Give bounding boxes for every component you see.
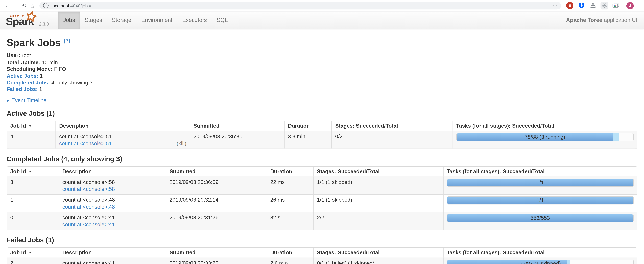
column-header-duration[interactable]: Duration: [266, 167, 313, 177]
cell-tasks: 553/553: [443, 212, 637, 229]
task-progress-bar: 56/87 (1 skipped): [446, 260, 634, 264]
sort-arrow-icon: ▾: [29, 170, 31, 174]
summary-completed-jobs: Completed Jobs: 4, only showing 3: [6, 79, 638, 86]
column-header-job-id[interactable]: Job Id▾: [7, 248, 59, 257]
browser-reload-icon[interactable]: ↻: [20, 2, 28, 9]
tab-sql[interactable]: SQL: [212, 12, 233, 29]
url-host: localhost: [51, 3, 69, 8]
description-link[interactable]: count at <console>:48: [62, 204, 115, 210]
screen-capture-extension-icon[interactable]: [612, 2, 620, 10]
description-link[interactable]: count at <console>:58: [62, 186, 115, 192]
column-header-stages[interactable]: Stages: Succeeded/Total: [313, 167, 443, 177]
table-header-row: Job Id▾ Description Submitted Duration S…: [7, 121, 637, 131]
cell-stages: 1/1 (1 skipped): [313, 194, 443, 212]
browser-profile-avatar[interactable]: J: [626, 2, 634, 9]
completed-jobs-heading: Completed Jobs (4, only showing 3): [6, 155, 638, 163]
cell-duration: 3.8 min: [284, 131, 332, 149]
summary-active-value: 1: [38, 73, 43, 79]
column-header-stages[interactable]: Stages: Succeeded/Total: [332, 121, 452, 131]
tab-environment-label[interactable]: Environment: [136, 12, 177, 29]
browser-home-icon[interactable]: ⌂: [28, 2, 36, 9]
kill-link[interactable]: (kill): [176, 140, 186, 147]
react-devtools-extension-icon[interactable]: [600, 2, 608, 10]
description-text: count at <console>:48: [62, 196, 162, 203]
sort-arrow-icon: ▾: [29, 124, 31, 128]
summary-completed-value: 4, only showing 3: [50, 79, 93, 86]
page-info-icon[interactable]: i: [43, 3, 48, 8]
column-header-stages[interactable]: Stages: Succeeded/Total: [313, 248, 443, 257]
summary-user-label: User:: [6, 52, 20, 59]
event-timeline-label: Event Timeline: [12, 97, 46, 103]
cell-job-id: 1: [7, 194, 59, 212]
help-link[interactable]: (?): [64, 37, 70, 44]
browser-back-icon[interactable]: ←: [4, 2, 12, 9]
extension-icons: [566, 2, 620, 10]
adblock-extension-icon[interactable]: [566, 2, 574, 10]
application-name-bold: Apache Toree: [566, 17, 602, 23]
description-link[interactable]: count at <console>:51: [59, 140, 112, 147]
column-header-duration[interactable]: Duration: [266, 248, 313, 257]
cell-job-id: 4: [7, 131, 56, 149]
dropbox-extension-icon[interactable]: [578, 2, 585, 10]
task-progress-bar: 78/88 (3 running): [456, 133, 634, 141]
browser-toolbar: ← → ↻ ⌂ i localhost:4040/jobs/ ☆: [0, 0, 644, 12]
cell-submitted: 2019/09/03 20:36:30: [190, 131, 284, 149]
bookmark-star-icon[interactable]: ☆: [552, 3, 558, 9]
tab-executors-label[interactable]: Executors: [177, 12, 212, 29]
toolbar-separator: [624, 2, 624, 9]
job-summary-list: User: root Total Uptime: 10 min Scheduli…: [6, 52, 638, 93]
tab-sql-label[interactable]: SQL: [212, 12, 233, 29]
spark-logo[interactable]: APACHE Spark 2.3.0: [0, 12, 58, 29]
failed-jobs-table: Job Id▾ Description Submitted Duration S…: [6, 247, 638, 264]
page-content: Spark Jobs (?) User: root Total Uptime: …: [0, 37, 644, 264]
spark-nav-tabs: Jobs Stages Storage Environment Executor…: [58, 12, 233, 29]
summary-user-value: root: [20, 52, 31, 59]
cell-job-id: 0: [7, 212, 59, 229]
column-header-tasks[interactable]: Tasks (for all stages): Succeeded/Total: [443, 167, 637, 177]
tab-jobs-label[interactable]: Jobs: [58, 12, 80, 29]
column-header-submitted[interactable]: Submitted: [166, 248, 267, 257]
active-jobs-link[interactable]: Active Jobs:: [6, 73, 38, 79]
failed-jobs-link[interactable]: Failed Jobs:: [6, 86, 38, 92]
progress-label: 56/87 (1 skipped): [447, 260, 634, 264]
tab-stages-label[interactable]: Stages: [80, 12, 107, 29]
cell-tasks: 1/1: [443, 176, 637, 194]
tab-storage[interactable]: Storage: [107, 12, 136, 29]
description-link[interactable]: count at <console>:41: [62, 221, 115, 227]
tab-environment[interactable]: Environment: [136, 12, 177, 29]
tab-jobs[interactable]: Jobs: [58, 12, 80, 29]
browser-forward-icon[interactable]: →: [12, 2, 20, 9]
description-text: count at <console>:51: [59, 133, 186, 140]
column-header-job-id[interactable]: Job Id▾: [7, 167, 59, 177]
cell-stages: 0/2: [332, 131, 452, 149]
application-name-label: Apache Toree application UI: [566, 12, 637, 29]
column-header-description[interactable]: Description: [56, 121, 190, 131]
column-header-job-id[interactable]: Job Id▾: [7, 121, 56, 131]
cell-duration: 26 ms: [266, 194, 313, 212]
event-timeline-toggle[interactable]: ▶Event Timeline: [6, 97, 638, 103]
tab-executors[interactable]: Executors: [177, 12, 212, 29]
tab-stages[interactable]: Stages: [80, 12, 107, 29]
spark-navbar: APACHE Spark 2.3.0 Jobs Stages Storage E…: [0, 12, 644, 29]
adblock-hand-icon: [566, 2, 574, 9]
column-header-tasks[interactable]: Tasks (for all stages): Succeeded/Total: [452, 121, 637, 131]
browser-menu-icon[interactable]: ⋮: [634, 3, 640, 9]
column-header-submitted[interactable]: Submitted: [190, 121, 284, 131]
column-header-tasks[interactable]: Tasks (for all stages): Succeeded/Total: [443, 248, 637, 257]
summary-active-jobs: Active Jobs: 1: [6, 73, 638, 79]
sitemap-extension-icon[interactable]: [589, 2, 597, 10]
completed-jobs-link[interactable]: Completed Jobs:: [6, 79, 50, 86]
cell-description: count at <console>:41 count at <console>…: [58, 257, 166, 264]
summary-uptime-label: Total Uptime:: [6, 59, 40, 65]
progress-label: 1/1: [447, 197, 634, 204]
table-header-row: Job Id▾ Description Submitted Duration S…: [7, 248, 637, 257]
column-header-description[interactable]: Description: [58, 248, 166, 257]
address-bar[interactable]: i localhost:4040/jobs/ ☆: [40, 2, 561, 10]
column-header-description[interactable]: Description: [58, 167, 166, 177]
cell-submitted: 2019/09/03 20:36:09: [166, 176, 267, 194]
description-text: count at <console>:41: [62, 214, 162, 221]
column-header-submitted[interactable]: Submitted: [166, 167, 267, 177]
tab-storage-label[interactable]: Storage: [107, 12, 136, 29]
page-title: Spark Jobs (?): [6, 37, 638, 49]
column-header-duration[interactable]: Duration: [284, 121, 332, 131]
